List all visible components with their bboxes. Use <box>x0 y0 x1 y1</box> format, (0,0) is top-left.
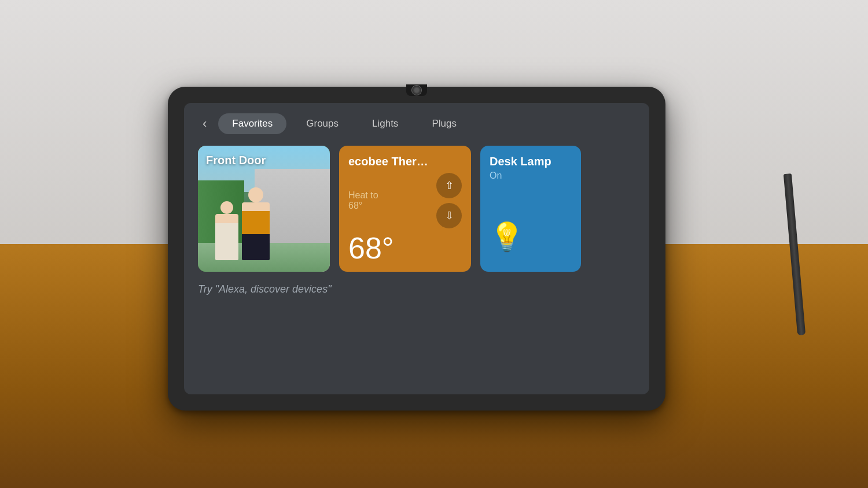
lamp-status: On <box>490 171 572 181</box>
main-content: Front Door ecobee Ther… Heat to 68° ⇧ ⇩ <box>184 141 649 394</box>
alexa-hint-text: Try "Alexa, discover devices" <box>198 281 635 298</box>
device-screen: ‹ Favorites Groups Lights Plugs <box>184 103 649 394</box>
back-button[interactable]: ‹ <box>198 114 211 134</box>
lamp-icon-area: 💡 <box>490 181 572 263</box>
tab-plugs[interactable]: Plugs <box>418 113 470 134</box>
thermostat-target-temp: 68° <box>348 201 432 211</box>
navigation-bar: ‹ Favorites Groups Lights Plugs <box>184 103 649 141</box>
tab-favorites[interactable]: Favorites <box>218 113 286 134</box>
camera-housing <box>406 84 427 96</box>
thermostat-name: ecobee Ther… <box>348 155 462 168</box>
card-thermostat[interactable]: ecobee Ther… Heat to 68° ⇧ ⇩ 68° <box>339 146 471 272</box>
nav-tabs-container: Favorites Groups Lights Plugs <box>218 113 470 134</box>
tab-groups[interactable]: Groups <box>292 113 352 134</box>
thermostat-control: Heat to 68° ⇧ ⇩ <box>348 173 462 228</box>
lightbulb-icon: 💡 <box>490 221 524 253</box>
thermostat-up-button[interactable]: ⇧ <box>436 173 462 198</box>
thermostat-text: Heat to 68° <box>348 190 432 211</box>
camera-lens-icon <box>411 85 422 95</box>
thermostat-mode-label: Heat to <box>348 190 432 201</box>
card-front-door[interactable]: Front Door <box>198 146 330 272</box>
door-card-title: Front Door <box>206 154 266 167</box>
thermostat-down-button[interactable]: ⇩ <box>436 203 462 228</box>
lamp-name: Desk Lamp <box>490 155 572 168</box>
thermostat-buttons: ⇧ ⇩ <box>436 173 462 228</box>
tab-lights[interactable]: Lights <box>358 113 412 134</box>
cards-row: Front Door ecobee Ther… Heat to 68° ⇧ ⇩ <box>198 146 635 272</box>
card-desk-lamp[interactable]: Desk Lamp On 💡 <box>480 146 581 272</box>
thermostat-current-temp: 68° <box>348 231 462 265</box>
echo-show-device: ‹ Favorites Groups Lights Plugs <box>168 87 665 411</box>
